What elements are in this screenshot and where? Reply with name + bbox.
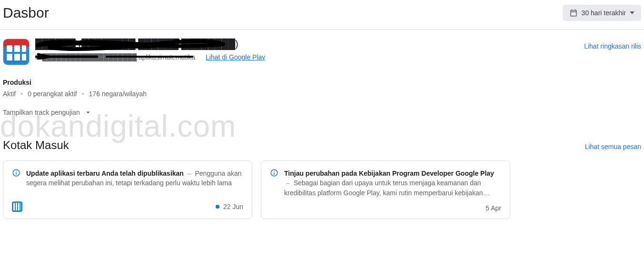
page-title: Dasbor bbox=[3, 5, 49, 21]
info-icon bbox=[12, 169, 20, 177]
show-testing-tracks-label: Tampilkan track pengujian bbox=[3, 109, 80, 116]
message-title: Tinjau perubahan pada Kebijakan Program … bbox=[284, 170, 494, 177]
view-in-google-play-link[interactable]: Lihat di Google Play bbox=[206, 53, 265, 61]
app-package-id: id.████████████████████.aplikasimatemati… bbox=[35, 53, 195, 61]
inbox-message-card[interactable]: Update aplikasi terbaru Anda telah dipub… bbox=[3, 160, 252, 219]
date-range-label: 30 hari terakhir bbox=[582, 9, 626, 17]
chevron-down-icon bbox=[84, 108, 92, 117]
message-date: 22 Jun bbox=[223, 203, 243, 210]
separator-dot: • bbox=[20, 90, 23, 98]
date-range-selector[interactable]: 30 hari terakhir bbox=[563, 5, 641, 21]
separator-dash: – bbox=[286, 179, 290, 187]
unread-dot bbox=[216, 205, 219, 209]
app-mini-icon bbox=[12, 201, 22, 212]
separator-dot: • bbox=[82, 90, 84, 98]
show-testing-tracks-toggle[interactable]: Tampilkan track pengujian bbox=[3, 108, 92, 117]
production-section-label: Produksi bbox=[3, 79, 641, 86]
info-icon bbox=[270, 169, 278, 177]
app-name: ██████ (████████ ██████ ████████) bbox=[35, 39, 584, 50]
message-title: Update aplikasi terbaru Anda telah dipub… bbox=[26, 170, 184, 177]
separator-dash: – bbox=[188, 170, 191, 177]
production-devices: 0 perangkat aktif bbox=[28, 90, 77, 98]
production-countries: 176 negara/wilayah bbox=[89, 90, 147, 98]
inbox-title: Kotak Masuk bbox=[3, 139, 69, 152]
message-body: Sebagai bagian dari upaya untuk terus me… bbox=[284, 179, 490, 196]
inbox-message-card[interactable]: Tinjau perubahan pada Kebijakan Program … bbox=[261, 160, 510, 219]
chevron-down-icon bbox=[630, 11, 634, 14]
app-icon bbox=[3, 39, 30, 65]
production-status: Aktif bbox=[3, 90, 16, 98]
message-date: 5 Apr bbox=[485, 204, 501, 212]
calendar-icon bbox=[569, 9, 578, 17]
view-all-messages-link[interactable]: Lihat semua pesan bbox=[585, 143, 641, 150]
view-release-summary-link[interactable]: Lihat ringkasan rilis bbox=[584, 39, 641, 50]
